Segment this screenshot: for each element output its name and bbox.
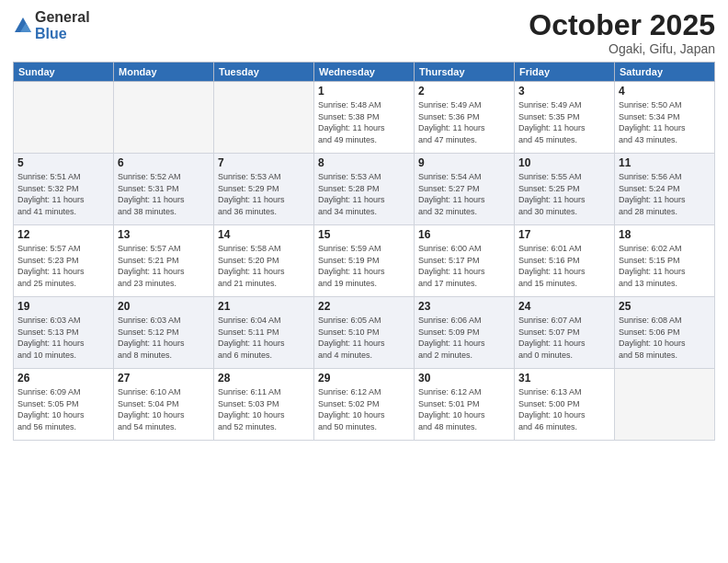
day-info: Sunrise: 5:59 AMSunset: 5:19 PMDaylight:…: [318, 243, 410, 289]
day-number: 19: [17, 300, 109, 313]
day-info: Sunrise: 6:04 AMSunset: 5:11 PMDaylight:…: [218, 315, 310, 361]
month-title: October 2025: [529, 9, 715, 41]
calendar-cell-2-3: 7Sunrise: 5:53 AMSunset: 5:29 PMDaylight…: [214, 154, 314, 225]
day-info: Sunrise: 5:52 AMSunset: 5:31 PMDaylight:…: [118, 171, 210, 217]
day-info: Sunrise: 6:01 AMSunset: 5:16 PMDaylight:…: [518, 243, 610, 289]
calendar-cell-2-7: 11Sunrise: 5:56 AMSunset: 5:24 PMDayligh…: [615, 154, 715, 225]
day-info: Sunrise: 5:53 AMSunset: 5:29 PMDaylight:…: [218, 171, 310, 217]
day-number: 3: [518, 85, 610, 98]
header-monday: Monday: [114, 63, 214, 82]
day-number: 28: [218, 372, 310, 385]
day-info: Sunrise: 5:53 AMSunset: 5:28 PMDaylight:…: [318, 171, 410, 217]
day-number: 22: [318, 300, 410, 313]
day-info: Sunrise: 5:57 AMSunset: 5:23 PMDaylight:…: [17, 243, 109, 289]
calendar-cell-4-4: 22Sunrise: 6:05 AMSunset: 5:10 PMDayligh…: [314, 297, 415, 369]
calendar-cell-3-7: 18Sunrise: 6:02 AMSunset: 5:15 PMDayligh…: [615, 225, 715, 297]
day-info: Sunrise: 6:03 AMSunset: 5:13 PMDaylight:…: [17, 315, 109, 361]
day-number: 10: [518, 156, 610, 169]
calendar-week-row-4: 19Sunrise: 6:03 AMSunset: 5:13 PMDayligh…: [14, 297, 715, 369]
day-number: 26: [17, 372, 109, 385]
day-info: Sunrise: 6:05 AMSunset: 5:10 PMDaylight:…: [318, 315, 410, 361]
day-info: Sunrise: 6:06 AMSunset: 5:09 PMDaylight:…: [418, 315, 510, 361]
calendar-cell-4-5: 23Sunrise: 6:06 AMSunset: 5:09 PMDayligh…: [415, 297, 515, 369]
day-info: Sunrise: 6:12 AMSunset: 5:02 PMDaylight:…: [318, 386, 410, 432]
day-number: 27: [118, 372, 210, 385]
day-info: Sunrise: 6:09 AMSunset: 5:05 PMDaylight:…: [17, 386, 109, 432]
logo-general: General: [35, 9, 90, 26]
day-info: Sunrise: 5:48 AMSunset: 5:38 PMDaylight:…: [318, 99, 410, 145]
day-number: 2: [418, 85, 510, 98]
day-info: Sunrise: 5:57 AMSunset: 5:21 PMDaylight:…: [118, 243, 210, 289]
day-info: Sunrise: 5:56 AMSunset: 5:24 PMDaylight:…: [619, 171, 711, 217]
calendar-cell-5-1: 26Sunrise: 6:09 AMSunset: 5:05 PMDayligh…: [14, 369, 114, 441]
day-number: 8: [318, 156, 410, 169]
day-info: Sunrise: 6:07 AMSunset: 5:07 PMDaylight:…: [518, 315, 610, 361]
weekday-header-row: Sunday Monday Tuesday Wednesday Thursday…: [14, 63, 715, 82]
calendar-cell-3-4: 15Sunrise: 5:59 AMSunset: 5:19 PMDayligh…: [314, 225, 415, 297]
day-number: 9: [418, 156, 510, 169]
calendar-cell-1-1: [14, 82, 114, 154]
day-number: 31: [518, 372, 610, 385]
day-info: Sunrise: 5:49 AMSunset: 5:36 PMDaylight:…: [418, 99, 510, 145]
calendar-cell-5-4: 29Sunrise: 6:12 AMSunset: 5:02 PMDayligh…: [314, 369, 415, 441]
calendar-cell-3-2: 13Sunrise: 5:57 AMSunset: 5:21 PMDayligh…: [114, 225, 214, 297]
day-info: Sunrise: 6:00 AMSunset: 5:17 PMDaylight:…: [418, 243, 510, 289]
calendar-cell-3-1: 12Sunrise: 5:57 AMSunset: 5:23 PMDayligh…: [14, 225, 114, 297]
logo: General Blue: [13, 9, 90, 41]
location-subtitle: Ogaki, Gifu, Japan: [529, 41, 715, 56]
calendar-cell-4-3: 21Sunrise: 6:04 AMSunset: 5:11 PMDayligh…: [214, 297, 314, 369]
calendar-cell-2-6: 10Sunrise: 5:55 AMSunset: 5:25 PMDayligh…: [515, 154, 615, 225]
calendar-cell-2-2: 6Sunrise: 5:52 AMSunset: 5:31 PMDaylight…: [114, 154, 214, 225]
calendar-cell-4-7: 25Sunrise: 6:08 AMSunset: 5:06 PMDayligh…: [615, 297, 715, 369]
day-info: Sunrise: 5:50 AMSunset: 5:34 PMDaylight:…: [619, 99, 711, 145]
calendar-cell-1-6: 3Sunrise: 5:49 AMSunset: 5:35 PMDaylight…: [515, 82, 615, 154]
day-info: Sunrise: 6:11 AMSunset: 5:03 PMDaylight:…: [218, 386, 310, 432]
day-number: 16: [418, 228, 510, 241]
calendar-cell-3-6: 17Sunrise: 6:01 AMSunset: 5:16 PMDayligh…: [515, 225, 615, 297]
calendar-cell-5-3: 28Sunrise: 6:11 AMSunset: 5:03 PMDayligh…: [214, 369, 314, 441]
day-info: Sunrise: 6:02 AMSunset: 5:15 PMDaylight:…: [619, 243, 711, 289]
header-saturday: Saturday: [615, 63, 715, 82]
day-number: 12: [17, 228, 109, 241]
day-number: 30: [418, 372, 510, 385]
calendar-cell-1-3: [214, 82, 314, 154]
day-number: 5: [17, 156, 109, 169]
title-block: October 2025 Ogaki, Gifu, Japan: [529, 9, 715, 56]
day-number: 17: [518, 228, 610, 241]
calendar-cell-1-4: 1Sunrise: 5:48 AMSunset: 5:38 PMDaylight…: [314, 82, 415, 154]
day-number: 23: [418, 300, 510, 313]
day-info: Sunrise: 6:03 AMSunset: 5:12 PMDaylight:…: [118, 315, 210, 361]
calendar-cell-2-1: 5Sunrise: 5:51 AMSunset: 5:32 PMDaylight…: [14, 154, 114, 225]
day-info: Sunrise: 5:55 AMSunset: 5:25 PMDaylight:…: [518, 171, 610, 217]
day-number: 14: [218, 228, 310, 241]
day-number: 25: [619, 300, 711, 313]
calendar-cell-3-5: 16Sunrise: 6:00 AMSunset: 5:17 PMDayligh…: [415, 225, 515, 297]
day-number: 20: [118, 300, 210, 313]
day-info: Sunrise: 5:58 AMSunset: 5:20 PMDaylight:…: [218, 243, 310, 289]
day-info: Sunrise: 6:10 AMSunset: 5:04 PMDaylight:…: [118, 386, 210, 432]
day-info: Sunrise: 6:13 AMSunset: 5:00 PMDaylight:…: [518, 386, 610, 432]
header-sunday: Sunday: [14, 63, 114, 82]
calendar-week-row-5: 26Sunrise: 6:09 AMSunset: 5:05 PMDayligh…: [14, 369, 715, 441]
logo-text: General Blue: [35, 9, 90, 41]
day-number: 15: [318, 228, 410, 241]
calendar-cell-2-4: 8Sunrise: 5:53 AMSunset: 5:28 PMDaylight…: [314, 154, 415, 225]
calendar-table: Sunday Monday Tuesday Wednesday Thursday…: [13, 62, 715, 441]
day-info: Sunrise: 5:49 AMSunset: 5:35 PMDaylight:…: [518, 99, 610, 145]
day-info: Sunrise: 6:12 AMSunset: 5:01 PMDaylight:…: [418, 386, 510, 432]
day-number: 11: [619, 156, 711, 169]
day-number: 24: [518, 300, 610, 313]
header-tuesday: Tuesday: [214, 63, 314, 82]
day-number: 1: [318, 85, 410, 98]
header-thursday: Thursday: [415, 63, 515, 82]
day-info: Sunrise: 5:51 AMSunset: 5:32 PMDaylight:…: [17, 171, 109, 217]
calendar-cell-3-3: 14Sunrise: 5:58 AMSunset: 5:20 PMDayligh…: [214, 225, 314, 297]
calendar-cell-1-2: [114, 82, 214, 154]
page-container: General Blue October 2025 Ogaki, Gifu, J…: [0, 0, 728, 563]
calendar-cell-5-5: 30Sunrise: 6:12 AMSunset: 5:01 PMDayligh…: [415, 369, 515, 441]
calendar-week-row-2: 5Sunrise: 5:51 AMSunset: 5:32 PMDaylight…: [14, 154, 715, 225]
calendar-week-row-1: 1Sunrise: 5:48 AMSunset: 5:38 PMDaylight…: [14, 82, 715, 154]
logo-icon: [13, 16, 33, 36]
header: General Blue October 2025 Ogaki, Gifu, J…: [13, 9, 715, 56]
calendar-cell-1-5: 2Sunrise: 5:49 AMSunset: 5:36 PMDaylight…: [415, 82, 515, 154]
